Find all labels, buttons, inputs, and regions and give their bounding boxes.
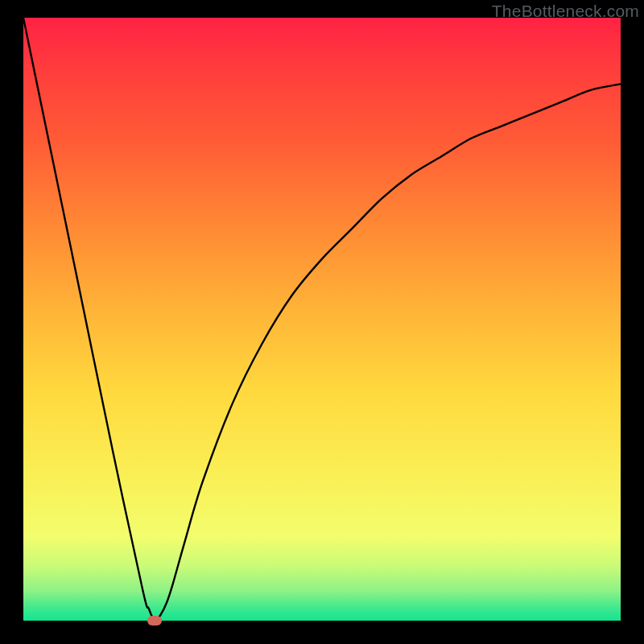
watermark-text: TheBottleneck.com — [492, 2, 639, 21]
bottleneck-curve — [23, 18, 621, 621]
optimum-marker — [147, 616, 162, 625]
